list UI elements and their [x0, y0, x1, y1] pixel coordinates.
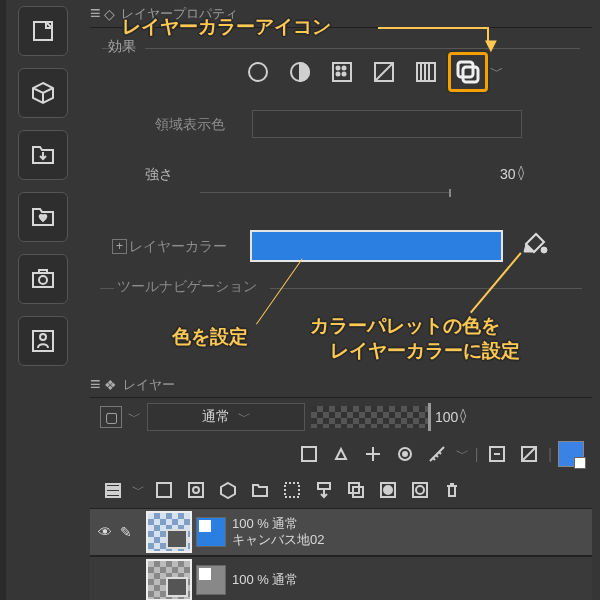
- layers-icon: ❖: [104, 377, 117, 393]
- dock-person-icon[interactable]: [18, 316, 68, 366]
- effect-gradient-icon[interactable]: [364, 52, 404, 92]
- new-layer-list-icon[interactable]: [100, 477, 126, 503]
- new-raster-icon[interactable]: [151, 477, 177, 503]
- mask-apply-icon[interactable]: [407, 477, 433, 503]
- layer-color-chip[interactable]: [558, 441, 584, 467]
- panel-menu-icon[interactable]: ≡: [90, 3, 98, 24]
- panel-menu-icon[interactable]: ≡: [90, 374, 98, 395]
- strength-number: 30: [500, 166, 516, 182]
- layer-thumbnail[interactable]: [146, 559, 192, 600]
- svg-point-9: [337, 67, 340, 70]
- section-divider: [145, 48, 580, 49]
- strength-label: 強さ: [145, 166, 173, 184]
- blend-mode-dropdown[interactable]: 通常﹀: [147, 403, 305, 431]
- annotation-connector: [378, 27, 488, 29]
- reference-icon[interactable]: [360, 441, 386, 467]
- edit-pencil-icon[interactable]: ✎: [120, 524, 146, 540]
- opacity-value[interactable]: 100ᐱᐯ: [435, 409, 466, 425]
- trash-icon[interactable]: [439, 477, 465, 503]
- svg-point-12: [343, 73, 346, 76]
- chevron-down-icon[interactable]: ﹀: [490, 63, 504, 81]
- layer-row[interactable]: 100 % 通常: [90, 556, 592, 600]
- chevron-down-icon[interactable]: ﹀: [456, 445, 469, 463]
- svg-rect-15: [458, 62, 473, 77]
- merge-icon[interactable]: [343, 477, 369, 503]
- new-3d-icon[interactable]: [215, 477, 241, 503]
- svg-point-28: [193, 487, 199, 493]
- layer-color-swatch[interactable]: [250, 230, 503, 262]
- transfer-down-icon[interactable]: [311, 477, 337, 503]
- annotation-palette-l1: カラーパレットの色を: [310, 313, 500, 339]
- ruler-icon[interactable]: [424, 441, 450, 467]
- svg-point-36: [416, 486, 424, 494]
- dock-heart-folder-icon[interactable]: [18, 192, 68, 242]
- section-divider: [100, 288, 114, 289]
- layers-controls-row1: ▢ ﹀ 通常﹀ 100ᐱᐯ: [90, 398, 592, 436]
- opacity-number: 100: [435, 409, 458, 425]
- dock-camera-icon[interactable]: [18, 254, 68, 304]
- expand-icon[interactable]: +: [112, 239, 127, 254]
- scrollbar-spacer: [0, 0, 6, 600]
- svg-rect-25: [106, 494, 120, 497]
- annotation-connector: [256, 258, 303, 324]
- mask-eye-icon[interactable]: [392, 441, 418, 467]
- effect-border-icon[interactable]: [238, 52, 278, 92]
- svg-rect-29: [285, 483, 299, 497]
- visibility-eye-icon[interactable]: 👁: [90, 524, 120, 540]
- apply-palette-color-icon[interactable]: [518, 228, 550, 263]
- strength-slider[interactable]: [200, 192, 450, 193]
- region-color-swatch[interactable]: [252, 110, 522, 138]
- arrow-down-icon: ▼: [481, 34, 501, 57]
- stepper-icon[interactable]: ᐱᐯ: [460, 410, 466, 424]
- annotation-set-color: 色を設定: [172, 324, 248, 350]
- svg-rect-8: [333, 63, 351, 81]
- svg-rect-3: [39, 270, 47, 273]
- dock-toolbar: [18, 0, 76, 366]
- layer-thumbnail[interactable]: [146, 511, 192, 553]
- lock-transparent-icon[interactable]: [296, 441, 322, 467]
- annotation-layer-color-icon: レイヤーカラーアイコン: [122, 14, 331, 40]
- svg-point-5: [40, 334, 46, 340]
- draft-icon[interactable]: [516, 441, 542, 467]
- svg-point-34: [384, 486, 392, 494]
- effect-lines-icon[interactable]: [406, 52, 446, 92]
- dock-download-folder-icon[interactable]: [18, 130, 68, 180]
- strength-value[interactable]: 30ᐱᐯ: [500, 166, 524, 182]
- svg-point-11: [337, 73, 340, 76]
- svg-rect-23: [106, 484, 120, 487]
- chevron-down-icon[interactable]: ﹀: [128, 408, 141, 426]
- stepper-icon[interactable]: ᐱᐯ: [518, 167, 524, 181]
- clip-mask-icon[interactable]: [328, 441, 354, 467]
- opacity-slider[interactable]: [311, 406, 429, 428]
- chevron-down-icon[interactable]: ﹀: [132, 481, 145, 499]
- svg-point-10: [343, 67, 346, 70]
- layer-row[interactable]: 👁 ✎ 100 % 通常 キャンバス地02: [90, 508, 592, 556]
- chevron-down-icon: ﹀: [238, 408, 251, 426]
- dock-note-icon[interactable]: [18, 6, 68, 56]
- layer-label: 100 % 通常 キャンバス地02: [232, 516, 324, 548]
- svg-point-17: [541, 247, 547, 253]
- effect-layer-color-icon[interactable]: [448, 52, 488, 92]
- mask-icon[interactable]: [375, 477, 401, 503]
- layer-color-thumbnail: [196, 565, 226, 595]
- frame-icon[interactable]: [279, 477, 305, 503]
- layer-opacity-text: 100 % 通常: [232, 572, 298, 588]
- set-reference-icon[interactable]: [484, 441, 510, 467]
- layers-controls-row3: ﹀: [90, 472, 592, 508]
- new-vector-icon[interactable]: [183, 477, 209, 503]
- layer-color-thumbnail: [196, 517, 226, 547]
- tool-nav-label: ツールナビゲーション: [117, 278, 257, 296]
- effect-tone-dots-icon[interactable]: [322, 52, 362, 92]
- svg-rect-18: [302, 447, 316, 461]
- layer-color-label: +レイヤーカラー: [112, 238, 227, 256]
- palette-swatch[interactable]: ▢: [100, 406, 122, 428]
- svg-rect-26: [157, 483, 171, 497]
- effect-halftone-icon[interactable]: [280, 52, 320, 92]
- dock-cube-icon[interactable]: [18, 68, 68, 118]
- new-folder-icon[interactable]: [247, 477, 273, 503]
- region-color-label: 領域表示色: [155, 116, 225, 134]
- svg-rect-24: [106, 489, 120, 492]
- layer-label: 100 % 通常: [232, 572, 298, 588]
- layer-color-label-text: レイヤーカラー: [129, 238, 227, 254]
- section-divider: [270, 288, 582, 289]
